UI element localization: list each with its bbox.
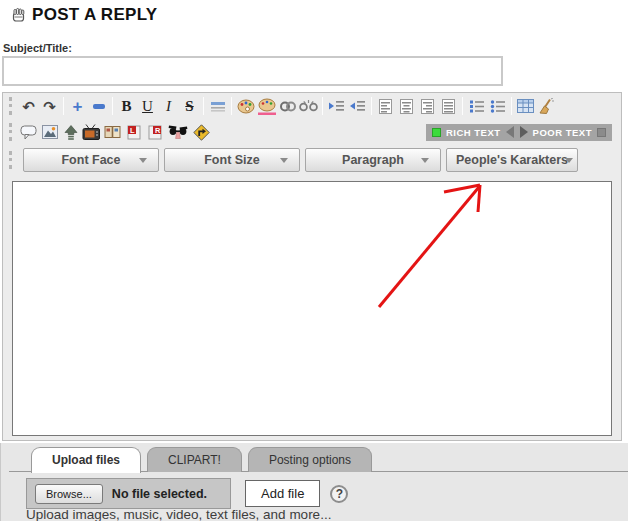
toolbar-row-3: Font Face Font Size Paragraph People's K…	[3, 145, 621, 175]
rich-text-indicator	[432, 128, 441, 137]
attachments-section: Upload files CLIPART! Posting options Br…	[0, 443, 628, 521]
font-color-icon	[237, 98, 255, 114]
strikethrough-button[interactable]: S	[179, 95, 200, 118]
float-left-icon: L	[127, 125, 141, 140]
clean-formatting-button[interactable]	[536, 95, 557, 118]
align-left-button[interactable]	[375, 95, 396, 118]
help-icon[interactable]: ?	[330, 485, 348, 503]
bold-button[interactable]: B	[116, 95, 137, 118]
undo-button[interactable]: ↶	[18, 95, 39, 118]
toggle-right-arrow-icon[interactable]	[520, 126, 528, 138]
separator	[371, 97, 372, 115]
ordered-list-icon	[469, 99, 485, 113]
highlight-color-button[interactable]	[256, 95, 277, 118]
chevron-down-icon	[565, 158, 573, 163]
horizontal-rule-button[interactable]	[207, 95, 228, 118]
tab-clipart[interactable]: CLIPART!	[147, 447, 242, 472]
table-icon	[517, 99, 534, 113]
font-color-button[interactable]	[235, 95, 256, 118]
align-center-button[interactable]	[396, 95, 417, 118]
float-left-button[interactable]: L	[123, 121, 144, 144]
svg-text:R: R	[155, 126, 161, 135]
ordered-list-button[interactable]	[466, 95, 487, 118]
strikethrough-icon: S	[185, 99, 193, 114]
outdent-button[interactable]	[347, 95, 368, 118]
editor-panel: ↶ ↷ + B U I S	[2, 92, 622, 441]
italic-button[interactable]: I	[158, 95, 179, 118]
toolbar-row-1: ↶ ↷ + B U I S	[3, 93, 621, 119]
align-right-button[interactable]	[417, 95, 438, 118]
subject-label: Subject/Title:	[3, 42, 72, 54]
tab-posting-options[interactable]: Posting options	[248, 447, 372, 472]
align-right-icon	[421, 99, 434, 114]
toggle-left-arrow-icon[interactable]	[506, 126, 514, 138]
remove-link-button[interactable]	[298, 95, 319, 118]
image-icon	[42, 125, 58, 139]
mode-toggle[interactable]: RICH TEXT POOR TEXT	[426, 124, 612, 141]
upload-arrow-icon	[64, 125, 78, 140]
page-title: POST A REPLY	[32, 5, 157, 25]
road-sign-icon	[193, 124, 210, 141]
toolbar-drag-handle-3[interactable]	[9, 151, 13, 169]
poor-text-label: POOR TEXT	[533, 127, 592, 138]
separator	[203, 97, 204, 115]
toolbar-row-2: L R	[3, 119, 621, 145]
bullet-list-button[interactable]	[487, 95, 508, 118]
message-body-editor[interactable]	[12, 181, 612, 436]
chevron-down-icon	[280, 158, 288, 163]
broom-icon	[538, 98, 555, 114]
quote-bubble-icon	[20, 125, 38, 140]
insert-link-button[interactable]	[277, 95, 298, 118]
separator	[322, 97, 323, 115]
redo-button[interactable]: ↷	[39, 95, 60, 118]
spoiler-button[interactable]	[165, 121, 191, 144]
toolbar-drag-handle-2[interactable]	[9, 123, 13, 141]
album-icon	[104, 125, 121, 139]
plus-icon: +	[73, 98, 83, 115]
paragraph-dropdown[interactable]: Paragraph	[305, 148, 441, 172]
float-right-button[interactable]: R	[144, 121, 165, 144]
minus-icon	[93, 104, 105, 109]
font-face-dropdown[interactable]: Font Face	[23, 148, 159, 172]
chevron-down-icon	[421, 158, 429, 163]
peoples-karakters-dropdown[interactable]: People's Karakters	[446, 148, 578, 172]
tab-posting-options-label: Posting options	[269, 453, 351, 467]
bullet-list-icon	[490, 99, 506, 113]
align-left-icon	[379, 99, 392, 114]
add-file-button[interactable]: Add file	[245, 480, 320, 507]
quote-button[interactable]	[18, 121, 39, 144]
increase-button[interactable]: +	[67, 95, 88, 118]
indent-icon	[328, 99, 345, 113]
separator	[511, 97, 512, 115]
font-size-label: Font Size	[204, 153, 260, 167]
indent-button[interactable]	[326, 95, 347, 118]
poor-text-indicator	[597, 128, 606, 137]
toolbar-drag-handle[interactable]	[9, 97, 13, 115]
separator	[112, 97, 113, 115]
redo-icon: ↷	[43, 99, 56, 114]
italic-icon: I	[166, 99, 171, 114]
peoples-karakters-label: People's Karakters	[456, 153, 568, 167]
browse-button[interactable]: Browse...	[35, 484, 103, 504]
subject-input[interactable]	[2, 56, 503, 86]
road-sign-button[interactable]	[191, 121, 212, 144]
decrease-button[interactable]	[88, 95, 109, 118]
file-input[interactable]: Browse... No file selected.	[26, 478, 231, 509]
underline-button[interactable]: U	[137, 95, 158, 118]
underline-icon: U	[142, 99, 153, 114]
font-face-label: Font Face	[61, 153, 120, 167]
horizontal-rule-icon	[210, 99, 226, 113]
insert-table-button[interactable]	[515, 95, 536, 118]
tab-upload-files-label: Upload files	[52, 453, 120, 467]
font-size-dropdown[interactable]: Font Size	[164, 148, 300, 172]
justify-button[interactable]	[438, 95, 459, 118]
file-status-text: No file selected.	[112, 487, 207, 501]
insert-video-button[interactable]	[81, 121, 102, 144]
upload-file-button[interactable]	[60, 121, 81, 144]
tab-upload-files[interactable]: Upload files	[31, 447, 141, 473]
paragraph-label: Paragraph	[342, 153, 404, 167]
bold-icon: B	[121, 99, 131, 114]
separator	[231, 97, 232, 115]
insert-image-button[interactable]	[39, 121, 60, 144]
photo-album-button[interactable]	[102, 121, 123, 144]
